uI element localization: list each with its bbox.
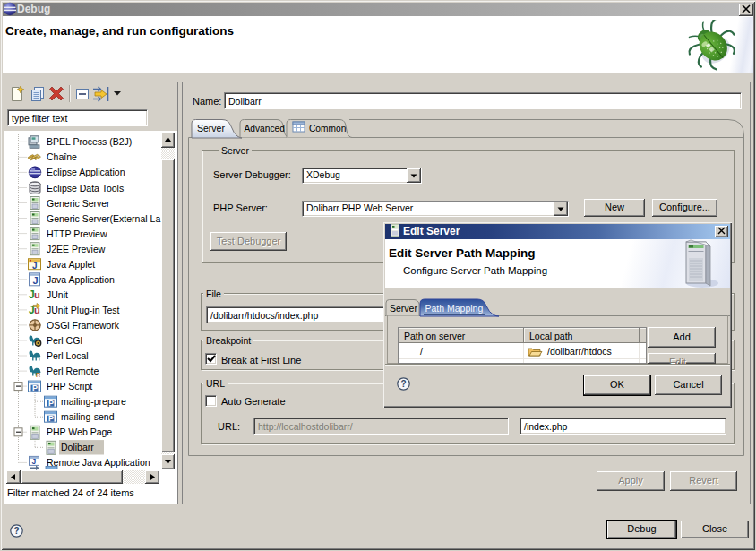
svg-text:u: u <box>34 289 40 300</box>
svg-text:Dolibarr: Dolibarr <box>61 442 94 452</box>
svg-text:J: J <box>32 261 38 271</box>
svg-text:Java Applet: Java Applet <box>47 259 95 270</box>
svg-text:/dolibarr/htdocs: /dolibarr/htdocs <box>547 346 612 357</box>
svg-text:Generic Server: Generic Server <box>47 198 110 209</box>
svg-text:Server: Server <box>197 123 225 133</box>
svg-text:Generic Server(External La: Generic Server(External La <box>47 213 160 224</box>
svg-text:Perl Remote: Perl Remote <box>47 366 99 376</box>
svg-text:HTTP Preview: HTTP Preview <box>47 228 107 239</box>
svg-text:Java Application: Java Application <box>47 274 115 285</box>
svg-text:R: R <box>36 372 40 378</box>
svg-text:PHP Web Page: PHP Web Page <box>47 426 112 437</box>
svg-text:Server: Server <box>390 303 417 314</box>
svg-text:Advanced: Advanced <box>245 124 286 133</box>
svg-text:BPEL Process (B2J): BPEL Process (B2J) <box>47 136 132 147</box>
svg-text:Eclipse Data Tools: Eclipse Data Tools <box>47 183 124 194</box>
svg-text:Perl Local: Perl Local <box>47 350 89 361</box>
svg-text:PHP Script: PHP Script <box>47 381 92 392</box>
svg-text:Path on server: Path on server <box>404 331 466 341</box>
svg-text:Common: Common <box>309 124 346 133</box>
svg-text:Perl CGI: Perl CGI <box>47 335 82 346</box>
svg-text:JUnit: JUnit <box>47 289 68 300</box>
svg-text:OSGi Framework: OSGi Framework <box>47 320 120 331</box>
svg-text:mailing-send: mailing-send <box>61 411 115 422</box>
svg-text:J: J <box>32 457 37 466</box>
svg-text:JUnit Plug-in Test: JUnit Plug-in Test <box>47 305 120 315</box>
svg-text:J: J <box>33 275 39 286</box>
svg-text:J2EE Preview: J2EE Preview <box>47 244 106 254</box>
svg-text:Path Mapping: Path Mapping <box>425 303 484 314</box>
svg-text:/: / <box>420 346 423 357</box>
svg-text:?: ? <box>14 526 20 536</box>
svg-text:Chaîne: Chaîne <box>47 151 77 162</box>
svg-text:Local path: Local path <box>529 331 573 341</box>
svg-text:mailing-prepare: mailing-prepare <box>61 396 126 407</box>
svg-text:?: ? <box>401 379 407 389</box>
svg-text:Remote Java Application: Remote Java Application <box>47 457 150 468</box>
svg-text:Eclipse Application: Eclipse Application <box>47 167 125 177</box>
